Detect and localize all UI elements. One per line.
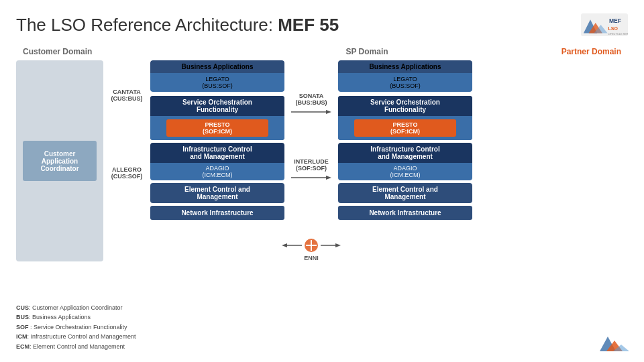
svg-marker-17 — [335, 243, 341, 247]
partner-network: Network Infrastructure — [338, 206, 472, 220]
legend-ecm: ECM: Element Control and Management — [16, 342, 136, 351]
sp-legato: LEGATO (BUS:SOF) — [150, 73, 284, 92]
lso-logo-icon: MEF LSO LIFECYCLE SERVICE — [581, 12, 628, 38]
sp-sof-header-text: Service Orchestration — [182, 99, 252, 106]
page-title: The LSO Reference Architecture: MEF 55 — [16, 15, 339, 36]
enni-section: ENNI — [284, 204, 338, 261]
allegro-line2: (CUS:SOF) — [105, 173, 149, 180]
legend-bus-label: BUS — [16, 314, 29, 320]
partner-adagio-label: ADAGIO — [393, 165, 417, 172]
sp-adagio: ADAGIO (ICM:ECM) — [150, 163, 284, 180]
customer-block-label: Customer Application Coordinator — [27, 150, 93, 172]
sp-sof-inner: PRESTO (SOF:ICM) — [150, 116, 284, 140]
partner-ecm-section: Element Control and Management — [338, 183, 472, 203]
legend: CUS: Customer Application Coordinator BU… — [16, 303, 136, 351]
sp-presto-label: PRESTO — [170, 121, 265, 128]
svg-marker-8 — [326, 110, 331, 114]
svg-text:LSO: LSO — [608, 26, 618, 31]
legend-cus: CUS: Customer Application Coordinator — [16, 303, 136, 312]
partner-sof-header: Service Orchestration Functionality — [338, 96, 472, 116]
enni-right-arrow-icon — [321, 242, 341, 249]
interlude-arrow — [284, 174, 338, 181]
partner-presto-label: PRESTO — [358, 121, 453, 128]
partner-presto-sub: (SOF:ICM) — [358, 128, 453, 135]
partner-icm-header-text: Infrastructure Control — [370, 145, 439, 153]
partner-presto: PRESTO (SOF:ICM) — [354, 119, 456, 137]
cantata-allegro-col: CANTATA (CUS:BUS) ALLEGRO (CUS:SOF) — [103, 60, 150, 261]
legend-icm: ICM: Infrastructure Control and Manageme… — [16, 332, 136, 341]
sp-ecm-header-text: Element Control and — [154, 186, 280, 193]
bottom-logo — [598, 334, 631, 355]
sp-sof-header: Service Orchestration Functionality — [150, 96, 284, 116]
cantata-line1: CANTATA — [105, 88, 149, 95]
partner-sof-header-text: Service Orchestration — [370, 99, 440, 106]
sp-adagio-label: ADAGIO — [205, 165, 229, 172]
partner-icm-sub-text: and Management — [378, 153, 433, 160]
enni-label: ENNI — [304, 255, 319, 261]
sp-presto: PRESTO (SOF:ICM) — [166, 119, 268, 137]
legend-sof-label: SOF — [16, 324, 29, 330]
interlude-label: INTERLUDE (SOF:SOF) — [284, 118, 338, 172]
partner-domain-label: Partner Domain — [561, 47, 621, 56]
sp-adagio-sub: (ICM:ECM) — [203, 172, 233, 178]
partner-adagio-sub: (ICM:ECM) — [390, 172, 421, 178]
partner-bus-header: Business Applications — [338, 60, 472, 73]
partner-ecm-header-text: Element Control and — [342, 186, 468, 193]
partner-icm-header: Infrastructure Control and Management — [338, 143, 472, 163]
cantata-line2: (CUS:BUS) — [105, 95, 149, 102]
customer-domain-label: Customer Domain — [23, 47, 92, 56]
sp-sof-section: Service Orchestration Functionality PRES… — [150, 96, 284, 140]
legend-ecm-text: : Element Control and Management — [30, 343, 125, 350]
sp-sof-sub-text: Functionality — [197, 106, 238, 113]
partner-legato-label: LEGATO — [393, 76, 417, 82]
legend-bus: BUS: Business Applications — [16, 312, 136, 322]
sp-legato-sub: (BUS:SOF) — [202, 82, 233, 89]
legend-sof: SOF : Service Orchestration Functionalit… — [16, 322, 136, 332]
middle-connectors: SONATA (BUS:BUS) INTERLUDE (SOF:SOF) — [284, 60, 338, 261]
enni-circle-icon — [303, 237, 319, 253]
interlude-line1: INTERLUDE — [284, 158, 338, 165]
partner-sof-inner: PRESTO (SOF:ICM) — [338, 116, 472, 140]
partner-adagio: ADAGIO (ICM:ECM) — [338, 163, 472, 180]
legend-cus-label: CUS — [16, 304, 29, 311]
domains-row: Customer Domain SP Domain Partner Domain — [16, 47, 628, 56]
svg-marker-10 — [326, 176, 331, 180]
sp-icm-header-text: Infrastructure Control — [182, 145, 252, 153]
partner-sof-section: Service Orchestration Functionality PRES… — [338, 96, 472, 140]
sp-bus-header: Business Applications — [150, 60, 284, 73]
sonata-label: SONATA (BUS:BUS) — [284, 86, 338, 106]
partner-sof-sub-text: Functionality — [384, 106, 426, 113]
partner-bus-section: Business Applications LEGATO (BUS:SOF) — [338, 60, 472, 92]
sp-ecm-sub-text: Management — [154, 193, 280, 200]
sp-ecm-header: Element Control and Management — [150, 183, 284, 203]
allegro-label: ALLEGRO (CUS:SOF) — [103, 164, 150, 182]
legend-icm-text: : Infrastructure Control and Management — [28, 333, 136, 340]
legend-ecm-label: ECM — [16, 343, 30, 350]
cantata-label: CANTATA (CUS:BUS) — [103, 86, 150, 105]
sp-presto-sub: (SOF:ICM) — [170, 128, 265, 135]
legend-icm-label: ICM — [16, 333, 28, 340]
customer-domain-box: Customer Application Coordinator — [16, 60, 103, 261]
sp-bus-section: Business Applications LEGATO (BUS:SOF) — [150, 60, 284, 92]
bottom-logo-icon — [598, 334, 631, 353]
customer-app-coordinator: Customer Application Coordinator — [23, 141, 97, 181]
title-prefix: The LSO Reference Architecture: — [16, 15, 278, 35]
main-diagram: Customer Application Coordinator CANTATA… — [16, 60, 628, 302]
allegro-line1: ALLEGRO — [105, 166, 149, 173]
sonata-arrow-icon — [291, 109, 331, 115]
partner-ecm-sub-text: Management — [342, 193, 468, 200]
page: The LSO Reference Architecture: MEF 55 M… — [0, 0, 644, 362]
enni-arrows — [282, 237, 341, 253]
header: The LSO Reference Architecture: MEF 55 M… — [16, 12, 628, 38]
partner-icm-section: Infrastructure Control and Management AD… — [338, 143, 472, 180]
svg-marker-11 — [282, 243, 287, 247]
partner-ecm-header: Element Control and Management — [338, 183, 472, 203]
sonata-line2: (BUS:BUS) — [284, 99, 338, 106]
interlude-line2: (SOF:SOF) — [284, 165, 338, 172]
legend-cus-text: : Customer Application Coordinator — [29, 304, 123, 311]
sp-icm-section: Infrastructure Control and Management AD… — [150, 143, 284, 180]
sp-icm-sub-text: and Management — [190, 153, 245, 160]
sp-network: Network Infrastructure — [150, 206, 284, 220]
legend-bus-text: : Business Applications — [29, 314, 91, 320]
svg-text:MEF: MEF — [609, 17, 621, 24]
